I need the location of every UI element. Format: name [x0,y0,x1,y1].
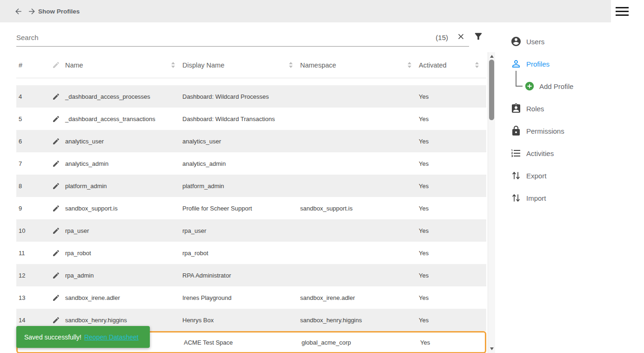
topbar: Show Profiles [0,0,644,22]
cell-name: sandbox_henry.higgins [65,317,182,324]
header-namespace: Namespace [300,61,419,69]
scrollbar-down-button[interactable] [488,346,495,352]
scrollbar-track[interactable] [488,52,495,353]
table-row[interactable]: 11 rpa_robot rpa_robot Yes [16,242,486,264]
import-export-icon [510,192,522,204]
cell-display-name: rpa_robot [182,250,300,257]
reopen-datasheet-link[interactable]: Reopen Datasheet [84,333,139,341]
edit-button[interactable] [47,272,65,279]
topbar-right [611,0,644,22]
edit-icon [52,182,60,190]
sidebar-item-export[interactable]: Export [505,164,644,187]
close-icon [456,32,465,41]
cell-display-name: Dashboard: Wildcard Processes [182,93,300,100]
cell-display-name: RPA Administrator [182,272,300,279]
user-circle-icon [510,36,522,47]
table-row[interactable]: 4 _dashboard_access_processes Dashboard:… [16,85,486,108]
page-title: Show Profiles [38,0,80,22]
edit-icon [52,249,60,257]
table-row[interactable]: 9 sandbox_support.is Profile for Scheer … [16,197,486,219]
edit-icon [52,115,60,123]
cell-num: 12 [16,272,47,279]
edit-button[interactable] [47,182,65,190]
sort-name[interactable] [171,62,175,68]
cell-num: 11 [16,250,47,257]
person-outline-icon [510,58,522,69]
edit-icon [52,204,60,212]
table-row[interactable]: 8 platform_admin platform_admin Yes [16,175,486,197]
header-display-name: Display Name [182,61,300,69]
header-num: # [16,61,47,69]
table-row[interactable]: 10 rpa_user rpa_user Yes [16,219,486,242]
header-edit [47,61,65,69]
forward-arrow-icon[interactable] [27,7,36,16]
toast-notification: Saved successfully! Reopen Datasheet [16,326,150,348]
table-row[interactable]: 6 analytics_user analytics_user Yes [16,130,486,152]
cell-display-name: analytics_admin [182,160,300,167]
edit-button[interactable] [47,160,65,168]
table-row[interactable]: 5 _dashboard_access_transactions Dashboa… [16,108,486,130]
cell-activated: Yes [420,339,488,346]
sidebar-item-users[interactable]: Users [505,30,644,53]
cell-num: 8 [16,183,47,190]
cell-name: sandbox_irene.adler [65,294,182,301]
cell-display-name: Profile for Scheer Support [182,205,300,212]
cell-name: _dashboard_access_processes [65,93,182,100]
cell-num: 7 [16,160,47,167]
edit-button[interactable] [47,249,65,257]
sidebar-item-import[interactable]: Import [505,187,644,209]
sidebar-item-permissions[interactable]: Permissions [505,120,644,142]
edit-button[interactable] [47,115,65,123]
edit-icon [52,316,60,324]
table-row[interactable]: 13 sandbox_irene.adler Irenes Playground… [16,286,486,309]
scrollbar-thumb[interactable] [489,60,494,120]
cell-num: 6 [16,138,47,145]
filter-icon [473,31,483,41]
cell-display-name: platform_admin [182,183,300,190]
edit-button[interactable] [47,227,65,235]
cell-activated: Yes [419,183,486,190]
cell-namespace: sandbox_support.is [300,205,419,212]
sidebar-item-roles[interactable]: Roles [505,97,644,120]
edit-icon [52,272,60,279]
cell-num: 14 [16,317,47,324]
clear-search-button[interactable] [456,32,465,42]
cell-name: analytics_user [65,138,182,145]
edit-button[interactable] [47,316,65,324]
cell-activated: Yes [419,205,486,212]
sidebar-subtree: Add Profile [505,75,644,97]
partial-row [16,78,486,85]
search-input[interactable] [16,34,436,41]
sidebar-item-profiles[interactable]: Profiles [505,53,644,75]
edit-icon [52,294,60,302]
cell-activated: Yes [419,272,486,279]
table-row[interactable]: 12 rpa_admin RPA Administrator Yes [16,264,486,286]
cell-activated: Yes [419,115,486,122]
profiles-table: # Name Display Name Namespace Activated … [16,52,486,353]
back-arrow-icon[interactable] [14,7,23,16]
edit-button[interactable] [47,294,65,302]
sort-namespace[interactable] [408,62,411,68]
sidebar-item-add-profile[interactable]: Add Profile [505,75,644,97]
cell-name: rpa_user [65,227,182,234]
sort-display-name[interactable] [289,62,293,68]
hamburger-menu-icon[interactable] [616,5,629,18]
header-activated: Activated [419,61,486,69]
edit-icon [52,160,60,168]
header-name: Name [65,61,182,69]
cell-num: 10 [16,227,47,234]
scrollbar-up-button[interactable] [488,53,495,60]
edit-button[interactable] [47,204,65,212]
edit-button[interactable] [47,93,65,101]
cell-num: 13 [16,294,47,301]
edit-button[interactable] [47,137,65,145]
filter-button[interactable] [473,31,483,43]
cell-name: analytics_admin [65,160,182,167]
cell-display-name: Irenes Playground [182,294,300,301]
table-row[interactable]: 7 analytics_admin analytics_admin Yes [16,152,486,175]
add-circle-icon [524,81,535,91]
sidebar-item-activities[interactable]: Activities [505,142,644,164]
sort-activated[interactable] [475,62,479,68]
cell-activated: Yes [419,294,486,301]
cell-name: rpa_robot [65,250,182,257]
